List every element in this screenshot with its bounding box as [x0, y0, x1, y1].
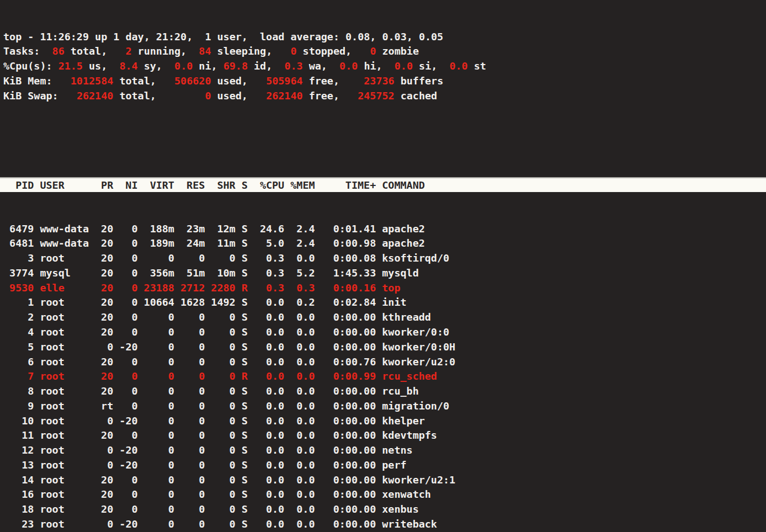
cell-s: S: [242, 443, 248, 458]
cell-user: root: [40, 251, 89, 266]
cell-pid: 12: [3, 443, 34, 458]
cell-res: 0: [180, 310, 205, 325]
cell-command: kdevtmpfs: [382, 428, 766, 443]
cell-mem: 0.0: [290, 458, 315, 473]
cell-s: S: [242, 251, 248, 266]
summary-segment: 0.0: [168, 60, 193, 72]
cell-pr: 20: [95, 428, 113, 443]
cell-res: 51m: [180, 266, 205, 281]
summary-segment: zombie: [376, 45, 419, 57]
cell-ni: 0: [119, 295, 137, 310]
cell-s: R: [242, 281, 248, 296]
terminal-screen[interactable]: top - 11:26:29 up 1 day, 21:20, 1 user, …: [0, 0, 766, 532]
cell-cpu: 0.0: [254, 295, 284, 310]
cell-command: khelper: [382, 414, 766, 429]
cell-command: perf: [382, 458, 766, 473]
cell-ni: -20: [119, 414, 137, 429]
column-header-s: S: [242, 178, 248, 192]
cell-cpu: 0.0: [254, 399, 284, 414]
cell-user: root: [40, 487, 89, 502]
summary-segment: 8.4: [113, 60, 137, 72]
cell-command: kworker/u2:1: [382, 473, 766, 488]
process-row: 7root200000R0.00.00:00.99rcu_sched: [0, 369, 766, 384]
cell-ni: 0: [119, 236, 137, 251]
cell-res: 0: [180, 473, 205, 488]
summary-segment: sy,: [138, 60, 168, 72]
cell-time: 0:00.99: [321, 369, 376, 384]
cell-s: S: [242, 517, 248, 532]
summary-line: KiB Swap: 262140 total, 0 used, 262140 f…: [0, 89, 766, 104]
cell-pr: 20: [95, 369, 113, 384]
cell-user: root: [40, 399, 89, 414]
cell-mem: 0.0: [290, 325, 315, 340]
cell-ni: 0: [119, 473, 137, 488]
cell-pr: 20: [95, 281, 113, 296]
column-header-pr: PR: [95, 178, 113, 192]
cell-mem: 0.2: [290, 295, 315, 310]
cell-pid: 3: [3, 251, 34, 266]
cell-s: S: [242, 355, 248, 370]
summary-segment: 21.5: [58, 60, 83, 72]
summary-segment: top - 11:26:29 up 1 day, 21:20, 1 user, …: [3, 31, 443, 42]
column-header-shr: SHR: [211, 178, 235, 192]
process-row: 14root200000S0.00.00:00.00kworker/u2:1: [0, 473, 766, 488]
column-header-virt: VIRT: [144, 178, 174, 192]
cell-pr: 20: [95, 310, 113, 325]
cell-s: S: [242, 295, 248, 310]
cell-user: root: [40, 458, 89, 473]
summary-segment: 0.0: [333, 60, 358, 72]
cell-command: xenbus: [382, 502, 766, 517]
cell-command: apache2: [382, 236, 766, 251]
cell-shr: 0: [211, 325, 235, 340]
summary-segment: free,: [303, 75, 346, 87]
cell-mem: 0.0: [290, 502, 315, 517]
cell-shr: 0: [211, 399, 235, 414]
cell-shr: 0: [211, 251, 235, 266]
column-header-user: USER: [40, 178, 89, 192]
cell-pr: 20: [95, 384, 113, 399]
cell-res: 0: [180, 443, 205, 458]
cell-time: 1:45.33: [321, 266, 376, 281]
column-header-cpu: %CPU: [254, 178, 284, 192]
cell-pr: 20: [95, 222, 113, 237]
cell-cpu: 0.0: [254, 487, 284, 502]
cell-res: 24m: [180, 236, 205, 251]
cell-ni: 0: [119, 384, 137, 399]
cell-s: S: [242, 399, 248, 414]
column-header-res: RES: [180, 178, 205, 192]
cell-pid: 14: [3, 473, 34, 488]
process-row: 23root0-20000S0.00.00:00.00writeback: [0, 517, 766, 532]
process-row: 6root200000S0.00.00:00.76kworker/u2:0: [0, 355, 766, 370]
cell-time: 0:00.00: [321, 458, 376, 473]
cell-res: 0: [180, 325, 205, 340]
cell-time: 0:00.00: [321, 502, 376, 517]
cell-ni: 0: [119, 281, 137, 296]
process-row: 9530elle2002318827122280R0.30.30:00.16to…: [0, 281, 766, 296]
cell-res: 0: [180, 502, 205, 517]
cell-ni: 0: [119, 428, 137, 443]
summary-segment: ni,: [193, 60, 223, 72]
cell-user: root: [40, 443, 89, 458]
cell-user: mysql: [40, 266, 89, 281]
process-row: 2root200000S0.00.00:00.00kthreadd: [0, 310, 766, 325]
cell-s: S: [242, 222, 248, 237]
cell-s: S: [242, 502, 248, 517]
cell-cpu: 0.0: [254, 369, 284, 384]
cell-pr: 20: [95, 236, 113, 251]
summary-line: KiB Mem: 1012584 total, 506620 used, 505…: [0, 74, 766, 89]
summary-segment: 0.0: [389, 60, 413, 72]
cell-ni: 0: [119, 266, 137, 281]
cell-s: S: [242, 310, 248, 325]
cell-command: writeback: [382, 517, 766, 532]
process-row: 13root0-20000S0.00.00:00.00perf: [0, 458, 766, 473]
cell-pid: 13: [3, 458, 34, 473]
cell-mem: 0.0: [290, 310, 315, 325]
cell-time: 0:00.76: [321, 355, 376, 370]
process-row: 8root200000S0.00.00:00.00rcu_bh: [0, 384, 766, 399]
cell-command: xenwatch: [382, 487, 766, 502]
cell-user: root: [40, 295, 89, 310]
summary-segment: free,: [303, 90, 346, 102]
cell-virt: 0: [144, 487, 174, 502]
cell-s: S: [242, 384, 248, 399]
cell-shr: 2280: [211, 281, 235, 296]
